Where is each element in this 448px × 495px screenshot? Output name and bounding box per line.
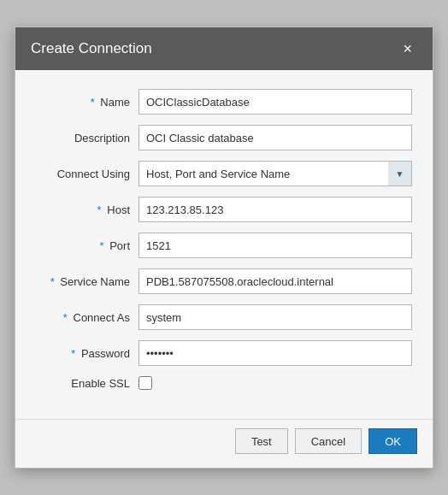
dialog-body: * Name Description Connect Using Host, P… [15, 70, 433, 412]
create-connection-dialog: Create Connection × * Name Description C… [15, 27, 433, 468]
connect-as-required-star: * [63, 311, 68, 324]
connect-using-label: Connect Using [36, 168, 139, 180]
enable-ssl-row: Enable SSL [36, 376, 412, 390]
password-row: * Password [36, 340, 412, 366]
description-input[interactable] [139, 125, 412, 150]
password-required-star: * [71, 347, 75, 360]
connect-using-select[interactable]: Host, Port and Service Name Connection S… [139, 161, 412, 186]
port-label: * Port [36, 239, 139, 252]
dialog-title: Create Connection [31, 40, 152, 57]
service-name-label: * Service Name [36, 275, 139, 288]
name-input[interactable] [139, 89, 412, 115]
connect-using-select-wrapper: Host, Port and Service Name Connection S… [139, 161, 412, 186]
host-label: * Host [36, 203, 139, 216]
password-label: * Password [36, 347, 139, 360]
host-input[interactable] [139, 197, 412, 222]
service-name-input[interactable] [139, 268, 412, 294]
port-required-star: * [99, 239, 103, 252]
port-row: * Port [36, 233, 412, 258]
connect-as-input[interactable] [139, 304, 412, 330]
port-input[interactable] [139, 233, 412, 258]
enable-ssl-label: Enable SSL [36, 377, 139, 390]
name-label: * Name [36, 96, 139, 109]
dialog-header: Create Connection × [15, 27, 433, 70]
close-button[interactable]: × [398, 39, 417, 58]
name-required-star: * [91, 96, 95, 109]
enable-ssl-checkbox[interactable] [139, 376, 152, 390]
host-row: * Host [36, 197, 412, 222]
description-label: Description [36, 132, 139, 144]
password-input[interactable] [139, 340, 412, 366]
service-name-required-star: * [50, 275, 55, 288]
host-required-star: * [97, 203, 102, 216]
connect-using-row: Connect Using Host, Port and Service Nam… [36, 161, 412, 186]
name-row: * Name [36, 89, 412, 115]
connect-as-row: * Connect As [36, 304, 412, 330]
test-button[interactable]: Test [235, 428, 288, 454]
description-row: Description [36, 125, 412, 150]
ok-button[interactable]: OK [368, 428, 417, 454]
connect-as-label: * Connect As [36, 311, 139, 324]
cancel-button[interactable]: Cancel [295, 428, 362, 454]
dialog-footer: Test Cancel OK [15, 419, 433, 468]
service-name-row: * Service Name [36, 268, 412, 294]
